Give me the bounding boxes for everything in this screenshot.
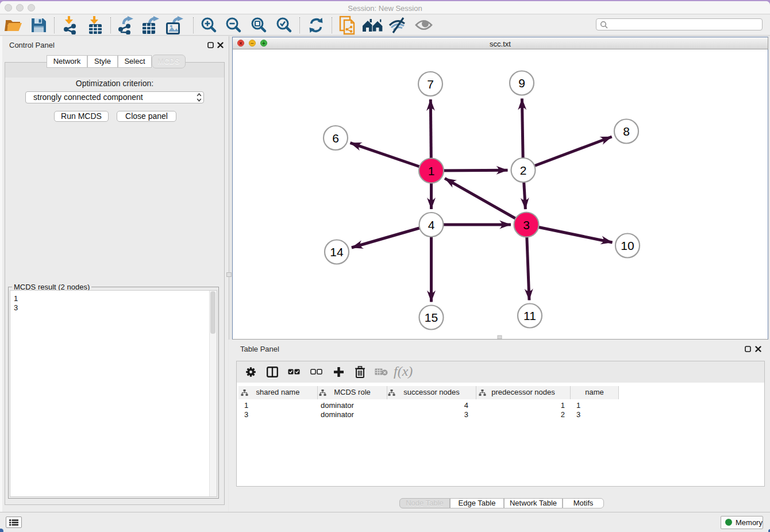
- svg-text:8: 8: [623, 125, 630, 138]
- svg-text:7: 7: [427, 78, 434, 91]
- svg-text:4: 4: [428, 218, 435, 232]
- svg-text:1: 1: [428, 164, 435, 178]
- svg-text:9: 9: [518, 76, 525, 90]
- svg-text:11: 11: [523, 309, 536, 322]
- svg-text:10: 10: [621, 239, 634, 252]
- svg-text:15: 15: [425, 311, 438, 324]
- svg-text:6: 6: [332, 132, 339, 145]
- svg-text:14: 14: [330, 245, 344, 259]
- svg-text:2: 2: [520, 164, 527, 177]
- svg-text:3: 3: [523, 218, 530, 232]
